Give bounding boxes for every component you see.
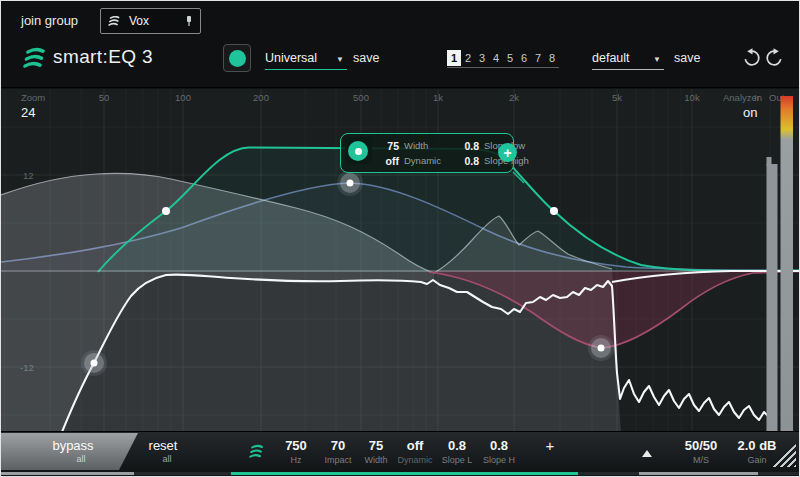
param-hz-value[interactable]: 750 [274,438,318,453]
pattern-selector: 1 2 3 4 5 6 7 8 [447,48,559,68]
join-group-label: join group [21,13,78,28]
band-slope-low-value[interactable]: 0.8 [457,140,479,152]
bypass-label: bypass [52,438,93,453]
expand-triangle-icon[interactable] [642,450,652,457]
chevron-down-icon: ▼ [336,55,344,64]
preset-select[interactable]: default ▼ [592,51,664,65]
param-width-value[interactable]: 75 [354,438,398,453]
param-slope-h-label: Slope H [473,455,525,465]
pattern-5[interactable]: 5 [503,50,517,66]
profile-save-button[interactable]: save [353,51,379,65]
param-slope-h-value[interactable]: 0.8 [477,438,521,453]
footer-underline-strip [1,472,799,475]
group-link-icon [185,15,193,27]
reset-button[interactable]: reset [149,438,178,453]
bypass-scope: all [76,454,85,464]
reset-scope: all [162,454,171,464]
profile-select[interactable]: Universal ▼ [265,51,347,65]
band-slope-high-value[interactable]: 0.8 [457,155,479,167]
band-width-label: Width [404,140,452,151]
profile-underline [265,69,347,70]
pattern-7[interactable]: 7 [531,50,545,66]
pattern-4[interactable]: 4 [489,50,503,66]
band-wave-icon [246,444,265,460]
band-dynamic-value[interactable]: off [377,155,399,167]
profile-value: Universal [265,51,317,65]
band-dynamic-label: Dynamic [404,155,452,166]
blue-band-handle[interactable] [337,170,363,196]
teal-slope-high-handle[interactable] [550,207,558,215]
pattern-8[interactable]: 8 [545,50,559,66]
eq-graph[interactable]: Zoom 24 50 100 200 500 1k 2k 5k 10k Anal… [1,89,799,431]
pattern-1[interactable]: 1 [447,50,461,66]
add-band-footer-button[interactable]: + [528,437,572,454]
pink-band-handle[interactable] [588,335,614,361]
out-meter-bar [781,96,794,431]
in-meter-bar [767,164,778,431]
record-dot-icon [229,50,246,67]
app-title: smart:EQ 3 [53,46,153,68]
sonible-wave-icon [108,16,122,27]
pattern-6[interactable]: 6 [517,50,531,66]
footer-bar: bypass all reset all 750 Hz 70 Impact 75… [1,431,799,472]
ms-label: M/S [675,455,727,465]
pattern-3[interactable]: 3 [475,50,489,66]
preset-underline [592,69,664,70]
record-button[interactable] [223,44,251,72]
band-width-value[interactable]: 75 [377,140,399,152]
band-underline [231,472,578,475]
output-underline [639,472,758,475]
group-select[interactable]: Vox [100,8,201,34]
band-tooltip: 75 Width 0.8 Slope low off Dynamic 0.8 S… [340,133,514,173]
param-dynamic-value[interactable]: off [393,438,437,453]
group-name: Vox [129,14,178,28]
header-bar: join group Vox smart:EQ 3 Universal ▼ s [1,1,799,88]
teal-slope-low-handle[interactable] [162,207,170,215]
handle-dot-icon [355,148,362,155]
gain-value[interactable]: 2.0 dB [735,438,779,453]
preset-save-button[interactable]: save [674,51,700,65]
redo-icon[interactable] [764,48,784,68]
bypass-underline [1,472,134,475]
teal-band-handle[interactable] [348,141,368,161]
plugin-window: join group Vox smart:EQ 3 Universal ▼ s [0,0,800,477]
lowcut-band-handle[interactable] [81,350,107,376]
chevron-down-icon: ▼ [653,55,661,64]
preset-value: default [592,51,630,65]
sonible-logo-icon [18,47,48,71]
param-slope-l-value[interactable]: 0.8 [435,438,479,453]
pattern-2[interactable]: 2 [461,50,475,66]
ms-value[interactable]: 50/50 [679,438,723,453]
undo-icon[interactable] [742,48,762,68]
add-band-button[interactable]: + [498,143,517,162]
